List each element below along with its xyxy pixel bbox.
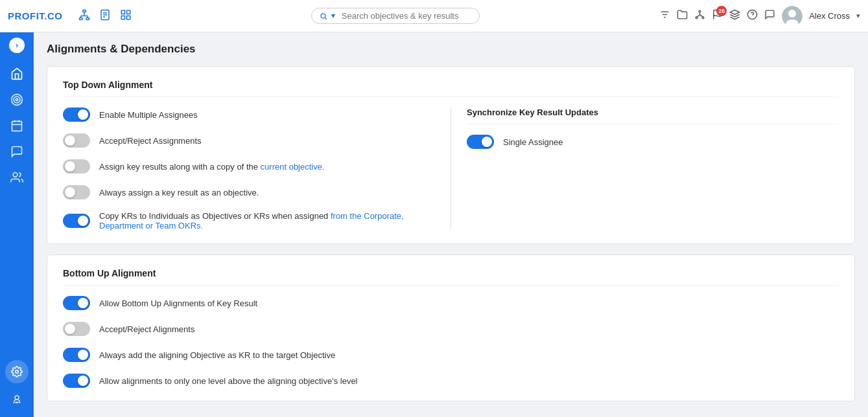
- svg-point-15: [321, 14, 325, 18]
- toggle-accept-reject-assignments[interactable]: [63, 133, 90, 148]
- toggle-row-accept-reject: Accept/Reject Assignments: [63, 133, 435, 148]
- toggle-accept-reject-alignments[interactable]: [63, 322, 90, 336]
- toggle-label-allow-bottom-up: Allow Bottom Up Alignments of Key Result: [99, 299, 257, 308]
- toggle-single-assignee[interactable]: [467, 135, 494, 149]
- toggle-label-enable-multiple: Enable Multiple Assignees: [99, 110, 198, 120]
- toggle-row-enable-multiple: Enable Multiple Assignees: [63, 107, 435, 122]
- sidebar: ›: [0, 32, 34, 417]
- top-down-right-col: Synchronize Key Result Updates Single As…: [467, 107, 839, 231]
- bottom-up-card: Bottom Up Alignment Allow Bottom Up Alig…: [47, 254, 855, 401]
- logo-text: PROFIT.CO: [8, 10, 63, 21]
- bottom-up-title: Bottom Up Alignment: [63, 268, 839, 286]
- hierarchy-icon[interactable]: [78, 9, 90, 23]
- message-icon[interactable]: [764, 9, 775, 23]
- search-icon: [320, 12, 327, 21]
- toggle-label-single-assignee: Single Assignee: [503, 137, 563, 147]
- svg-line-16: [325, 17, 327, 19]
- svg-rect-1: [79, 17, 82, 19]
- svg-line-24: [697, 15, 700, 17]
- user-chevron-icon[interactable]: ▾: [856, 12, 860, 20]
- sidebar-item-users[interactable]: [0, 164, 34, 190]
- toggle-row-copy-krs: Copy KRs to Individuals as Objectives or…: [63, 211, 435, 231]
- filter-icon[interactable]: [659, 9, 670, 23]
- toggle-allow-bottom-up[interactable]: [63, 296, 90, 310]
- svg-rect-12: [126, 10, 130, 14]
- search-input[interactable]: [342, 11, 471, 21]
- toggle-row-always-assign: Always assign a key result as an objecti…: [63, 185, 435, 199]
- settings-icon[interactable]: [5, 360, 29, 383]
- toggle-label-accept-reject: Accept/Reject Assignments: [99, 136, 202, 146]
- svg-point-32: [16, 98, 18, 100]
- toggle-row-allow-alignments-one-level: Allow alignments to only one level above…: [63, 374, 839, 388]
- toggle-label-assign-key-results: Assign key results along with a copy of …: [99, 162, 325, 172]
- topnav-icons: [78, 9, 132, 23]
- sidebar-toggle[interactable]: ›: [9, 38, 25, 53]
- toggle-always-add-aligning[interactable]: [63, 348, 90, 362]
- user-name[interactable]: Alex Cross: [809, 11, 850, 21]
- svg-point-39: [15, 396, 19, 400]
- toggle-label-always-add-aligning: Always add the aligning Objective as KR …: [99, 350, 335, 360]
- top-nav: PROFIT.CO ▾ 26: [0, 0, 868, 32]
- svg-point-21: [696, 17, 698, 19]
- toggle-row-single-assignee: Single Assignee: [467, 135, 839, 149]
- sidebar-item-admin[interactable]: [5, 387, 29, 412]
- svg-point-38: [16, 370, 19, 374]
- toggle-row-accept-reject-alignments: Accept/Reject Alignments: [63, 322, 839, 336]
- toggle-row-assign-key-results: Assign key results along with a copy of …: [63, 159, 435, 174]
- sidebar-item-calendar[interactable]: [0, 113, 34, 139]
- avatar[interactable]: [782, 6, 803, 27]
- svg-rect-11: [121, 10, 124, 14]
- logo[interactable]: PROFIT.CO: [8, 10, 63, 21]
- org-chart-icon[interactable]: [694, 9, 705, 23]
- page-title: Alignments & Dependencies: [47, 43, 855, 56]
- top-down-left-col: Enable Multiple Assignees Accept/Reject …: [63, 107, 435, 231]
- grid-icon[interactable]: [120, 9, 132, 23]
- toggle-label-always-assign: Always assign a key result as an objecti…: [99, 188, 259, 197]
- svg-rect-2: [86, 17, 89, 19]
- col-divider: [451, 107, 451, 231]
- svg-point-31: [14, 96, 20, 103]
- svg-rect-0: [82, 10, 86, 12]
- svg-rect-14: [126, 16, 130, 19]
- document-icon[interactable]: [99, 9, 111, 23]
- layers-icon[interactable]: [729, 9, 740, 23]
- toggle-assign-key-results[interactable]: [63, 159, 90, 174]
- toggle-always-assign-key-result[interactable]: [63, 185, 90, 199]
- svg-line-25: [700, 15, 703, 17]
- search-dropdown[interactable]: ▾: [331, 12, 335, 20]
- folder-icon[interactable]: [677, 9, 688, 23]
- toggle-enable-multiple-assignees[interactable]: [63, 107, 90, 122]
- notification-badge: 26: [716, 6, 727, 16]
- svg-rect-13: [121, 16, 124, 19]
- top-down-card: Top Down Alignment Enable Multiple Assig…: [47, 66, 855, 244]
- svg-point-37: [13, 173, 18, 177]
- toggle-allow-alignments-one-level[interactable]: [63, 374, 90, 388]
- main-layout: › Alignments & Dependencies: [0, 32, 868, 417]
- svg-point-22: [702, 17, 704, 19]
- search-bar[interactable]: ▾: [311, 8, 480, 24]
- svg-rect-33: [12, 121, 22, 131]
- toggle-copy-krs[interactable]: [63, 214, 90, 228]
- sync-title: Synchronize Key Result Updates: [467, 107, 839, 124]
- toggle-label-accept-reject-alignments: Accept/Reject Alignments: [99, 324, 194, 334]
- toggle-label-copy-krs: Copy KRs to Individuals as Objectives or…: [99, 211, 435, 231]
- toggle-label-allow-alignments-one-level: Allow alignments to only one level above…: [99, 376, 358, 386]
- help-icon[interactable]: [747, 9, 758, 23]
- main-content: Alignments & Dependencies Top Down Align…: [34, 32, 868, 417]
- svg-marker-27: [731, 10, 740, 14]
- sidebar-item-chat[interactable]: [0, 139, 34, 164]
- top-down-two-col: Enable Multiple Assignees Accept/Reject …: [63, 107, 839, 231]
- topnav-right: 26 Alex Cross ▾: [659, 6, 860, 27]
- sidebar-bottom: [5, 360, 29, 417]
- top-down-title: Top Down Alignment: [63, 80, 839, 97]
- sidebar-item-home[interactable]: [0, 61, 34, 87]
- svg-point-20: [699, 10, 701, 12]
- sidebar-item-target[interactable]: [0, 87, 34, 113]
- toggle-row-allow-bottom-up: Allow Bottom Up Alignments of Key Result: [63, 296, 839, 310]
- toggle-row-always-add-aligning: Always add the aligning Objective as KR …: [63, 348, 839, 362]
- flag-icon[interactable]: 26: [712, 9, 723, 23]
